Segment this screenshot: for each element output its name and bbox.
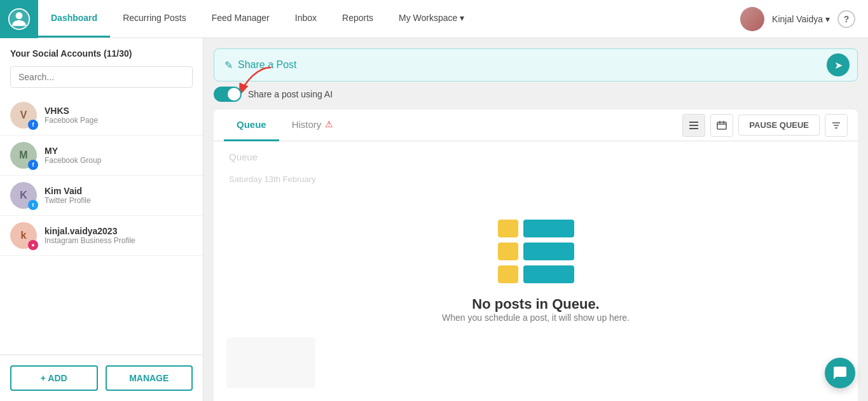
tab-queue[interactable]: Queue — [224, 109, 279, 141]
add-button[interactable]: + ADD — [10, 365, 98, 391]
avatar: k ● — [10, 222, 37, 249]
list-view-button[interactable] — [682, 114, 705, 137]
account-item-kim[interactable]: K t Kim Vaid Twitter Profile — [0, 176, 203, 216]
queue-placeholder-card — [226, 337, 315, 388]
nav-right: Kinjal Vaidya ▾ ? — [740, 7, 868, 31]
manage-button[interactable]: MANAGE — [106, 365, 193, 391]
queue-actions: PAUSE QUEUE — [682, 114, 848, 137]
avatar: V f — [10, 102, 37, 129]
chat-icon — [832, 365, 848, 381]
empty-queue-title: No posts in Queue. — [472, 296, 599, 313]
queue-date: Saturday 13th February — [229, 174, 316, 184]
svg-rect-5 — [689, 125, 698, 126]
ai-toggle[interactable] — [214, 87, 242, 102]
sidebar-accounts: V f VHKS Facebook Page M f MY Facebook G… — [0, 95, 203, 355]
illustration-square — [498, 220, 518, 237]
illustration-rect — [523, 220, 574, 237]
svg-rect-7 — [717, 122, 726, 129]
illustration-rect — [523, 265, 574, 283]
queue-tabs-row: Queue History ⚠ — [214, 109, 858, 141]
share-post-label[interactable]: Share a Post — [238, 59, 827, 71]
nav-item-dashboard[interactable]: Dashboard — [38, 0, 110, 38]
share-post-bar[interactable]: ✎ Share a Post ➤ — [214, 48, 858, 81]
nav-item-feed-manager[interactable]: Feed Manager — [199, 0, 282, 38]
account-item-kinjal[interactable]: k ● kinjal.vaidya2023 Instagram Business… — [0, 216, 203, 256]
nav-item-recurring-posts[interactable]: Recurring Posts — [110, 0, 199, 38]
account-name: kinjal.vaidya2023 — [45, 226, 193, 236]
svg-rect-6 — [689, 128, 698, 129]
account-item-vhks[interactable]: V f VHKS Facebook Page — [0, 95, 203, 136]
empty-illustration — [498, 220, 574, 283]
instagram-icon: ● — [28, 240, 38, 250]
ai-toggle-label: Share a post using AI — [248, 89, 333, 99]
chat-bubble-button[interactable] — [825, 358, 855, 388]
sidebar-actions: + ADD MANAGE — [0, 355, 203, 401]
account-item-my[interactable]: M f MY Facebook Group — [0, 136, 203, 176]
twitter-icon: t — [28, 200, 38, 210]
facebook-icon: f — [28, 160, 38, 170]
avatar[interactable] — [740, 7, 764, 31]
queue-tabs: Queue History ⚠ — [224, 109, 682, 141]
sidebar-header: Your Social Accounts (11/30) — [0, 38, 203, 66]
avatar: M f — [10, 142, 37, 169]
sidebar: Your Social Accounts (11/30) V f VHKS Fa… — [0, 38, 203, 401]
app-logo[interactable] — [0, 0, 38, 38]
account-type: Twitter Profile — [45, 196, 193, 205]
content-area: ✎ Share a Post ➤ Share a post using AI — [203, 38, 868, 401]
warning-icon: ⚠ — [325, 119, 333, 129]
account-type: Facebook Page — [45, 116, 193, 125]
account-name: MY — [45, 146, 193, 156]
illustration-square — [498, 265, 518, 283]
toggle-knob — [228, 88, 240, 101]
user-name[interactable]: Kinjal Vaidya ▾ — [772, 14, 830, 24]
empty-queue-subtitle: When you schedule a post, it will show u… — [442, 313, 630, 323]
top-navigation: Dashboard Recurring Posts Feed Manager I… — [0, 0, 868, 38]
pause-queue-button[interactable]: PAUSE QUEUE — [738, 115, 820, 136]
nav-items: Dashboard Recurring Posts Feed Manager I… — [38, 0, 740, 38]
queue-sublabel: Queue — [229, 151, 258, 162]
svg-rect-4 — [689, 122, 698, 123]
illustration-rect — [523, 243, 574, 260]
chevron-down-icon: ▾ — [825, 14, 830, 24]
ai-toggle-row: Share a post using AI — [214, 87, 858, 102]
edit-icon: ✎ — [224, 59, 233, 71]
queue-section: Queue History ⚠ — [214, 109, 858, 401]
tab-history[interactable]: History ⚠ — [279, 109, 347, 141]
help-button[interactable]: ? — [837, 10, 855, 28]
facebook-icon: f — [28, 120, 38, 130]
filter-icon — [831, 120, 841, 130]
account-name: Kim Vaid — [45, 186, 193, 196]
illustration-square — [498, 243, 518, 260]
nav-item-inbox[interactable]: Inbox — [282, 0, 329, 38]
search-input[interactable] — [10, 66, 193, 88]
chevron-down-icon: ▾ — [460, 13, 464, 23]
nav-item-reports[interactable]: Reports — [329, 0, 386, 38]
filter-button[interactable] — [825, 114, 848, 137]
list-icon — [689, 120, 699, 130]
nav-item-workspace[interactable]: My Workspace ▾ — [386, 0, 477, 38]
account-type: Facebook Group — [45, 156, 193, 165]
account-name: VHKS — [45, 106, 193, 116]
calendar-icon — [717, 120, 727, 130]
account-type: Instagram Business Profile — [45, 236, 193, 245]
avatar: K t — [10, 182, 37, 209]
main-layout: Your Social Accounts (11/30) V f VHKS Fa… — [0, 38, 868, 401]
queue-content: Queue Saturday 13th February — [214, 141, 858, 401]
svg-point-1 — [16, 12, 23, 19]
calendar-view-button[interactable] — [710, 114, 733, 137]
send-button[interactable]: ➤ — [827, 53, 850, 76]
